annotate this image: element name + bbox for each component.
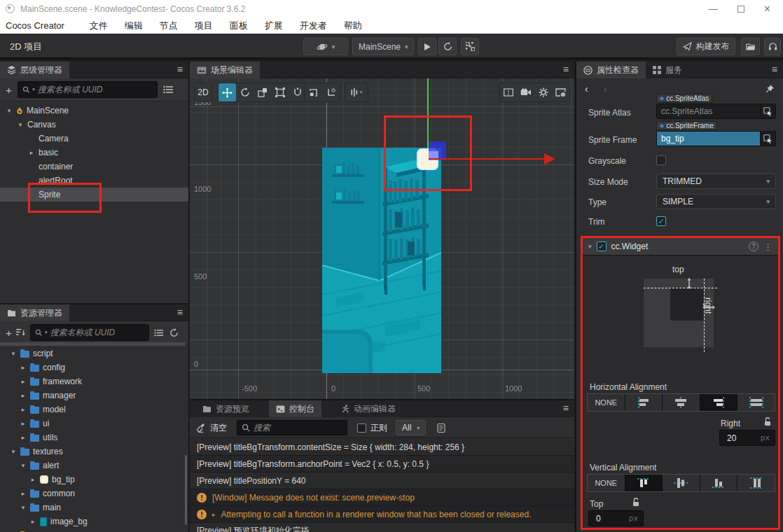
v-align-middle-button[interactable] [663, 475, 700, 491]
clear-broom-icon[interactable] [197, 424, 207, 433]
chevron-right-icon[interactable]: ▸ [20, 434, 27, 441]
snap-icon[interactable] [305, 83, 322, 102]
chevron-right-icon[interactable]: ▸ [20, 392, 27, 399]
expand-chevron-icon[interactable]: ▸ [212, 511, 216, 518]
tree-node-canvas[interactable]: ▾ Canvas [0, 118, 188, 132]
chevron-right-icon[interactable]: ▸ [20, 364, 27, 371]
refresh-assets-icon[interactable] [169, 328, 179, 337]
v-align-stretch-button[interactable] [737, 475, 775, 491]
console-menu-icon[interactable]: ≡ [563, 402, 569, 414]
tree-node-container[interactable]: container [0, 160, 188, 174]
menu-edit[interactable]: 编辑 [125, 20, 143, 32]
tree-node-basic[interactable]: ▸ basic [0, 146, 188, 160]
chevron-down-icon[interactable]: ▾ [588, 243, 592, 250]
asset-folder-textures[interactable]: ▾textures [0, 444, 188, 458]
asset-image-bg-tip[interactable]: ▸bg_tip [0, 472, 188, 486]
chevron-down-icon[interactable]: ▾ [10, 350, 17, 357]
scene-menu-icon[interactable]: ≡ [563, 64, 569, 75]
menu-project[interactable]: 项目 [195, 20, 213, 32]
widget-enabled-checkbox[interactable]: ✓ [597, 241, 607, 251]
chevron-down-icon[interactable]: ▾ [6, 107, 13, 114]
assets-menu-icon[interactable]: ≡ [177, 307, 183, 318]
tree-node-sprite-selected[interactable]: Sprite [0, 188, 188, 202]
unlock-icon[interactable] [632, 498, 640, 507]
open-project-folder-button[interactable] [741, 38, 760, 55]
gizmo-settings-dropdown[interactable]: ▾ [345, 83, 368, 102]
hierarchy-search-field[interactable] [38, 85, 153, 94]
preview-qr-button[interactable] [461, 38, 479, 55]
console-search-field[interactable] [254, 423, 336, 433]
platform-select[interactable]: ▾ [303, 38, 348, 55]
asset-picker-icon[interactable] [760, 132, 775, 146]
chevron-right-icon[interactable]: ▸ [20, 490, 27, 497]
menu-developer[interactable]: 开发者 [300, 20, 327, 32]
play-button[interactable] [418, 38, 436, 55]
nav-forward-icon[interactable]: › [604, 83, 607, 94]
sort-icon[interactable] [16, 328, 25, 337]
camera-icon[interactable] [517, 83, 534, 102]
log-row[interactable]: [Preview] titleBgTransform.contentSize =… [190, 439, 574, 456]
kebab-menu-icon[interactable]: ⋮ [763, 241, 772, 252]
asset-image-bg[interactable]: ▸image_bg [0, 514, 188, 528]
chevron-right-icon[interactable]: ▸ [20, 406, 27, 413]
asset-folder-framework[interactable]: ▸framework [0, 374, 188, 388]
h-align-none-button[interactable]: NONE [588, 394, 625, 411]
inspector-menu-icon[interactable]: ≡ [772, 64, 777, 75]
unlock-icon[interactable] [763, 417, 772, 426]
chevron-right-icon[interactable]: ▸ [29, 476, 36, 483]
tab-assets[interactable]: 资源管理器 [0, 304, 69, 321]
tab-animation-editor[interactable]: 动画编辑器 [334, 400, 403, 417]
asset-folder-utils[interactable]: ▸utils [0, 430, 188, 444]
menu-extension[interactable]: 扩展 [265, 20, 283, 32]
right-offset-input[interactable]: px [719, 430, 775, 446]
v-align-none-button[interactable]: NONE [588, 475, 625, 491]
log-row-warning[interactable]: ! ▸ Attempting to call a function in a r… [190, 506, 574, 523]
create-asset-button[interactable]: + [6, 328, 12, 338]
grayscale-checkbox[interactable] [656, 155, 666, 165]
sprite-atlas-field[interactable]: cc.SpriteAtlas [656, 104, 776, 119]
asset-folder-alert[interactable]: ▾alert [0, 458, 188, 472]
chevron-right-icon[interactable]: ▸ [20, 420, 27, 427]
trim-checkbox[interactable]: ✓ [656, 216, 666, 226]
assets-search-field[interactable] [50, 328, 144, 337]
menu-app[interactable]: Cocos Creator [6, 20, 64, 31]
menu-file[interactable]: 文件 [90, 20, 108, 32]
tab-scene-editor[interactable]: 场景编辑器 [190, 62, 260, 78]
right-offset-value[interactable] [720, 433, 748, 443]
close-button[interactable]: × [764, 4, 770, 15]
minimize-button[interactable]: — [709, 4, 718, 13]
list-filter-icon[interactable] [163, 85, 174, 94]
asset-picker-icon[interactable] [760, 104, 775, 118]
asset-folder-model[interactable]: ▸model [0, 402, 188, 416]
scene-select[interactable]: MainScene▾ [352, 38, 414, 55]
chevron-right-icon[interactable]: ▸ [20, 378, 27, 385]
chevron-down-icon[interactable]: ▾ [20, 462, 27, 469]
chevron-down-icon[interactable]: ▾ [10, 448, 17, 455]
hierarchy-search-input[interactable]: ▾ [18, 81, 158, 98]
rotate-tool-button[interactable] [236, 83, 254, 102]
log-row[interactable]: [Preview] titleBgTransform.anchorPoint =… [190, 456, 574, 472]
hierarchy-menu-icon[interactable]: ≡ [177, 64, 183, 75]
search-mode-chevron-icon[interactable]: ▾ [32, 87, 35, 92]
chevron-right-icon[interactable]: ▸ [29, 518, 36, 525]
h-align-stretch-button[interactable] [737, 394, 775, 411]
log-level-dropdown[interactable]: All▾ [396, 420, 426, 435]
v-align-top-button[interactable] [625, 475, 663, 491]
chevron-down-icon[interactable]: ▾ [20, 504, 27, 511]
scene-viewport[interactable]: 1500 1000 500 0 -500 0 500 1000 [190, 78, 574, 399]
scale-tool-button[interactable] [254, 83, 271, 102]
aspect-ratio-icon[interactable] [499, 83, 517, 102]
tab-console[interactable]: 控制台 [269, 400, 321, 417]
asset-folder-main[interactable]: ▾main [0, 500, 188, 514]
top-offset-input[interactable]: px [588, 510, 644, 526]
h-align-center-button[interactable] [663, 394, 700, 411]
tree-node-camera[interactable]: Camera [0, 132, 188, 146]
gear-icon[interactable] [534, 83, 552, 102]
tab-hierarchy[interactable]: 层级管理器 [0, 62, 69, 78]
asset-folder-ui[interactable]: ▸ui [0, 416, 188, 430]
assets-search-input[interactable]: ▾ [30, 324, 149, 341]
maximize-button[interactable] [737, 6, 744, 13]
nav-back-icon[interactable]: ‹ [585, 83, 588, 94]
mode-2d-button[interactable]: 2D [194, 83, 212, 102]
search-mode-chevron-icon[interactable]: ▾ [45, 330, 48, 335]
